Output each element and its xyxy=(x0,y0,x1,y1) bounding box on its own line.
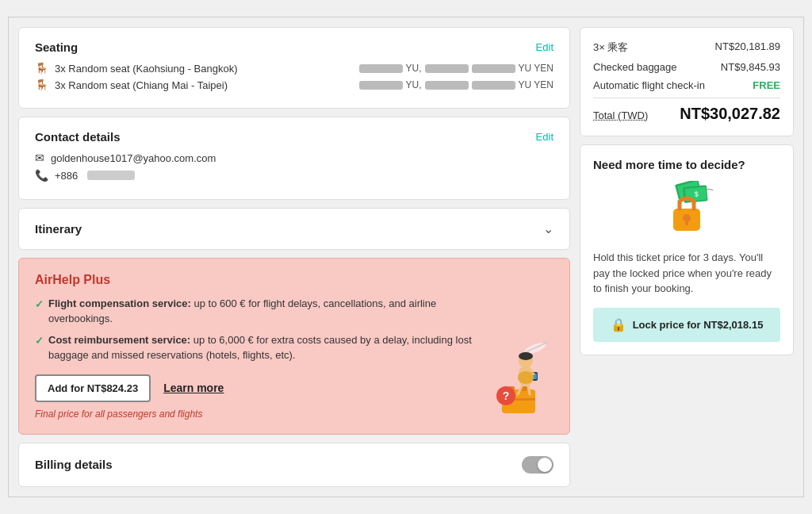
benefit-row-1: ✓ Flight compensation service: up to 600… xyxy=(35,297,474,327)
seat-passengers-1: YU, YU YEN xyxy=(359,63,553,74)
svg-point-16 xyxy=(518,371,534,384)
check-icon-1: ✓ xyxy=(35,297,44,327)
svg-point-10 xyxy=(519,352,533,360)
seat-yu-yen-2: YU YEN xyxy=(519,79,553,90)
toggle-knob xyxy=(538,458,552,472)
seating-section: Seating Edit 🪑 3x Random seat (Kaohsiung… xyxy=(18,27,570,109)
seating-edit-link[interactable]: Edit xyxy=(536,41,553,53)
benefit-1-text: Flight compensation service: up to 600 €… xyxy=(48,297,474,327)
airhelp-actions: Add for NT$824.23 Learn more xyxy=(35,374,474,402)
final-price-note: Final price for all passengers and fligh… xyxy=(35,409,474,420)
contact-email-row: ✉ goldenhouse1017@yahoo.com.com xyxy=(35,152,553,164)
contact-title: Contact details xyxy=(35,130,121,144)
contact-email: goldenhouse1017@yahoo.com.com xyxy=(51,152,216,164)
phone-icon: 📞 xyxy=(35,169,48,182)
add-airhelp-button[interactable]: Add for NT$824.23 xyxy=(35,374,151,402)
seat-label-1: 3x Random seat (Kaohsiung - Bangkok) xyxy=(55,63,353,75)
total-value: NT$30,027.82 xyxy=(680,105,780,123)
airhelp-svg-illustration: ? xyxy=(486,332,550,420)
seating-title: Seating xyxy=(35,40,78,54)
phone-prefix: +886 xyxy=(55,170,78,182)
passenger-blur-2c xyxy=(472,81,515,90)
chevron-down-icon: ⌄ xyxy=(543,221,553,236)
svg-rect-25 xyxy=(685,220,688,225)
passengers-value: NT$20,181.89 xyxy=(715,40,780,55)
lock-price-button[interactable]: 🔒 Lock price for NT$2,018.15 xyxy=(593,308,780,342)
passenger-blur-1a xyxy=(359,64,403,73)
contact-edit-link[interactable]: Edit xyxy=(536,131,553,143)
time-card: Need more time to decide? $ $ xyxy=(580,144,794,355)
time-card-description: Hold this ticket price for 3 days. You'l… xyxy=(593,250,780,297)
passenger-blur-1b xyxy=(425,64,469,73)
billing-section: Billing details xyxy=(18,443,570,487)
seat-row-2: 🪑 3x Random seat (Chiang Mai - Taipei) Y… xyxy=(35,79,553,91)
seat-icon-2: 🪑 xyxy=(35,79,48,91)
passenger-blur-1c xyxy=(472,64,515,73)
svg-line-15 xyxy=(528,385,530,394)
itinerary-title: Itinerary xyxy=(35,222,82,236)
airhelp-illustration: ? xyxy=(482,297,553,419)
benefit-2-text: Cost reimbursement service: up to 6,000 … xyxy=(48,333,474,363)
passengers-label: 3× 乘客 xyxy=(593,40,628,55)
total-label: Total (TWD) xyxy=(593,109,648,121)
checkin-label: Automatic flight check-in xyxy=(593,79,705,91)
price-row-passengers: 3× 乘客 NT$20,181.89 xyxy=(593,40,780,55)
passenger-blur-2a xyxy=(359,81,403,90)
airhelp-title: AirHelp Plus xyxy=(35,273,553,287)
seat-yu-label-1a: YU, xyxy=(406,63,422,74)
baggage-value: NT$9,845.93 xyxy=(721,61,780,73)
seat-yu-yen-1: YU YEN xyxy=(519,63,553,74)
phone-number-blur xyxy=(87,171,135,180)
contact-phone-row: 📞 +886 xyxy=(35,169,553,182)
seat-icon-1: 🪑 xyxy=(35,62,48,75)
seat-row-1: 🪑 3x Random seat (Kaohsiung - Bangkok) Y… xyxy=(35,62,553,75)
benefit-2-label: Cost reimbursement service: xyxy=(48,334,190,346)
total-row: Total (TWD) NT$30,027.82 xyxy=(593,105,780,123)
price-summary-card: 3× 乘客 NT$20,181.89 Checked baggage NT$9,… xyxy=(580,27,794,136)
airhelp-text: ✓ Flight compensation service: up to 600… xyxy=(35,297,474,419)
check-icon-2: ✓ xyxy=(35,334,44,363)
price-row-checkin: Automatic flight check-in FREE xyxy=(593,79,780,91)
benefit-row-2: ✓ Cost reimbursement service: up to 6,00… xyxy=(35,333,474,363)
passenger-blur-2b xyxy=(425,81,469,90)
checkin-value: FREE xyxy=(753,79,780,91)
svg-text:$: $ xyxy=(694,190,699,198)
contact-section: Contact details Edit ✉ goldenhouse1017@y… xyxy=(18,117,570,200)
benefit-1-label: Flight compensation service: xyxy=(48,297,191,309)
airhelp-section: AirHelp Plus ✓ Flight compensation servi… xyxy=(18,258,570,434)
seat-passengers-2: YU, YU YEN xyxy=(359,79,553,90)
lock-button-icon: 🔒 xyxy=(611,317,626,332)
lock-btn-label: Lock price for NT$2,018.15 xyxy=(633,319,764,331)
billing-title: Billing details xyxy=(35,458,113,471)
total-divider xyxy=(593,98,780,98)
time-card-svg: $ $ xyxy=(651,181,722,240)
price-row-baggage: Checked baggage NT$9,845.93 xyxy=(593,61,780,73)
time-card-title: Need more time to decide? xyxy=(593,158,780,171)
time-card-illustration: $ $ xyxy=(593,181,780,240)
baggage-label: Checked baggage xyxy=(593,61,677,73)
email-icon: ✉ xyxy=(35,152,44,164)
itinerary-section[interactable]: Itinerary ⌄ xyxy=(18,208,570,250)
svg-text:?: ? xyxy=(503,389,510,402)
learn-more-link[interactable]: Learn more xyxy=(163,382,224,394)
seat-yu-label-2a: YU, xyxy=(406,79,422,90)
billing-toggle[interactable] xyxy=(522,456,553,474)
seat-label-2: 3x Random seat (Chiang Mai - Taipei) xyxy=(55,79,353,91)
